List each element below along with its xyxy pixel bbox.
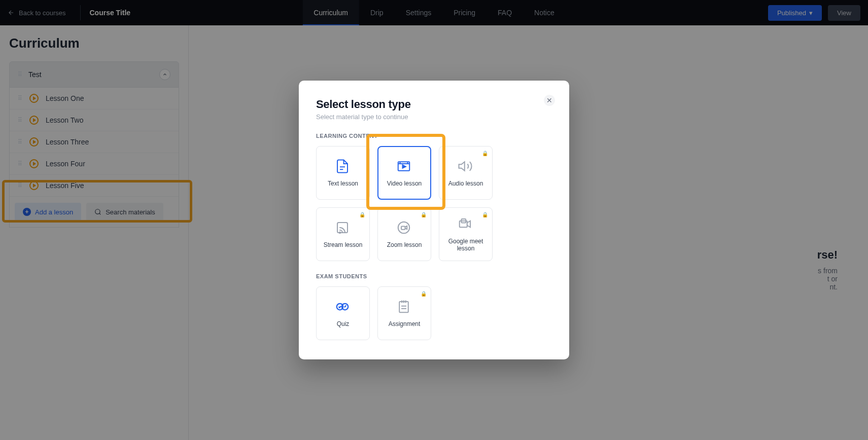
lock-icon: 🔒	[359, 212, 365, 217]
lesson-type-card-audio-lesson[interactable]: 🔒 Audio lesson	[439, 146, 493, 200]
card-label: Assignment	[389, 320, 421, 327]
exam-cards-grid: Quiz 🔒 Assignment	[316, 286, 552, 340]
assignment-icon	[396, 299, 412, 315]
lock-icon: 🔒	[482, 151, 488, 156]
stream-icon	[335, 220, 351, 236]
lesson-type-card-stream-lesson[interactable]: 🔒 Stream lesson	[316, 207, 370, 261]
lesson-type-card-zoom-lesson[interactable]: 🔒 Zoom lesson	[377, 207, 431, 261]
card-label: Video lesson	[387, 180, 422, 187]
card-label: Stream lesson	[324, 241, 363, 248]
learning-cards-grid: Text lesson Video lesson 🔒 Audio lesson …	[316, 146, 552, 261]
quiz-icon	[335, 299, 351, 315]
close-icon: ✕	[546, 96, 552, 104]
svg-rect-14	[399, 302, 408, 312]
lesson-type-card-assignment[interactable]: 🔒 Assignment	[377, 286, 431, 340]
svg-point-7	[339, 232, 341, 234]
card-label: Quiz	[337, 320, 350, 327]
modal-overlay: ✕ Select lesson type Select material typ…	[0, 0, 868, 440]
exam-section-label: EXAM STUDENTS	[316, 273, 552, 279]
lesson-type-card-google-meet-lesson[interactable]: 🔒 Google meet lesson	[439, 207, 493, 261]
lesson-type-card-quiz[interactable]: Quiz	[316, 286, 370, 340]
learning-section-label: LEARNING CONTENT	[316, 133, 552, 139]
meet-icon	[458, 216, 474, 233]
svg-marker-4	[403, 165, 406, 168]
svg-rect-9	[401, 227, 405, 230]
modal-close-button[interactable]: ✕	[544, 95, 555, 106]
doc-icon	[335, 159, 351, 175]
zoom-icon	[396, 220, 412, 236]
lesson-type-card-text-lesson[interactable]: Text lesson	[316, 146, 370, 200]
lesson-type-card-video-lesson[interactable]: Video lesson	[377, 146, 431, 200]
card-label: Zoom lesson	[387, 241, 422, 248]
video-icon	[396, 159, 412, 175]
lock-icon: 🔒	[421, 291, 427, 297]
svg-marker-5	[459, 162, 465, 171]
card-label: Audio lesson	[448, 180, 483, 187]
svg-point-8	[398, 222, 410, 234]
modal-subtitle: Select material type to continue	[316, 113, 552, 121]
lock-icon: 🔒	[482, 212, 488, 217]
modal-title: Select lesson type	[316, 98, 552, 111]
card-label: Google meet lesson	[442, 238, 489, 252]
lock-icon: 🔒	[421, 212, 427, 217]
card-label: Text lesson	[328, 180, 358, 187]
select-lesson-type-modal: ✕ Select lesson type Select material typ…	[299, 81, 569, 359]
audio-icon	[458, 159, 474, 175]
